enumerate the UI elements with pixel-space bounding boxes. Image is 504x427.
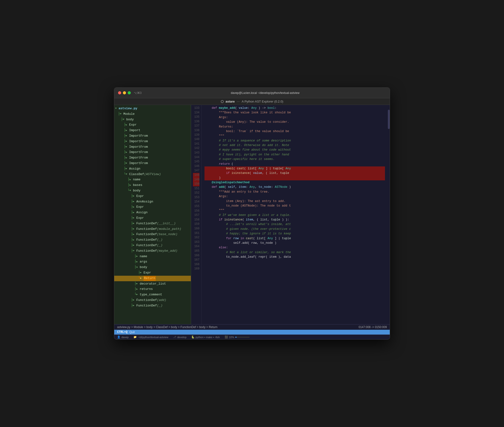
tree-item-name1[interactable]: ┣ ► name [114,177,191,183]
code-line-141: """ [205,134,385,138]
tree-item-expr1[interactable]: ┣ ► Expr [114,122,191,128]
tree-arrow-expr1: ► [126,123,129,127]
breadcrumb-bar: astview.py > Module > body > ClassDef > … [114,324,390,330]
code-line-163: # given node. (the over-protective c [205,227,385,231]
tree-item-returns[interactable]: ┣ ► returns [114,287,191,292]
tree-item-annassign[interactable]: ┣ ► AnnAssign [114,199,191,205]
tree-expr3-label: Expr [136,205,144,210]
code-line-153: def add( self, item: Any, to_node: ASTNo… [205,185,385,190]
code-line-167: else: [205,245,385,250]
tree-expr2-label: Expr [136,194,144,199]
tree-item-expr5[interactable]: ┣ ► Expr [114,270,191,276]
tree-panel[interactable]: ▼ astview.py ┣ ▼ Module ┣ ▼ body ┣ ► Exp… [114,105,191,324]
tree-name1-label: name [133,177,141,182]
tree-funcdef-modulepath-suffix: (module_path) [157,227,181,232]
tree-funcdef-under2-label: FunctionDef [136,243,157,248]
tree-decoratorlist-label: decorator_list [140,282,166,287]
tree-item-expr4[interactable]: ┣ ► Expr [114,215,191,221]
tree-funcdef-init-label: FunctionDef [136,221,157,226]
code-line-144: # mypy seems fine about the code without [205,148,385,152]
code-line-159: """ [205,208,385,213]
code-scrollbar-thumb[interactable] [388,110,390,129]
tree-item-assign1[interactable]: ┣ ► Assign [114,166,191,172]
code-line-149: if isinstance( value, ( list, tuple [205,171,385,175]
tree-body2-label: body [133,188,141,193]
code-line-143: # not add it. Otherwise do add it. Note [205,143,385,148]
code-line-133: def maybe_add( value: Any ) -> bool: [205,106,385,110]
close-button[interactable] [118,91,121,94]
tree-body3-label: body [140,265,147,270]
tree-item-importfrom2[interactable]: ┣ ► ImportFrom [114,139,191,144]
code-line-164: # happy; the ignore if it is to keep [205,231,385,236]
tree-item-bases[interactable]: ┣ ► bases [114,183,191,188]
tree-item-body2[interactable]: ┗ ▼ body [114,188,191,194]
code-content: 133134135136137 138139140141142 14314414… [191,105,390,324]
tree-item-module[interactable]: ┣ ▼ Module [114,111,191,117]
tree-item-name2[interactable]: ┣ ► name [114,254,191,259]
tree-item-body3[interactable]: ┣ ▼ body [114,265,191,270]
tree-item-expr2[interactable]: ┣ ► Expr [114,194,191,199]
tree-item-expr3[interactable]: ┣ ► Expr [114,204,191,210]
tree-funcdef-under3-label: FunctionDef [136,303,157,308]
tree-item-funcdef-under3[interactable]: ┣ ► FunctionDef (_) [114,303,191,309]
tree-funcdef-add-label: FunctionDef [136,298,157,303]
tree-importfrom4-label: ImportFrom [129,150,148,155]
tree-item-typecomment[interactable]: ┗ ► type_comment [114,292,191,297]
tree-item-funcdef-modulepath[interactable]: ┣ ► FunctionDef (module_path) [114,227,191,232]
tree-item-body1[interactable]: ┣ ▼ body [114,117,191,122]
code-line-166: self.add( row, to_node ) [205,241,385,245]
branch-icon: ⎇ [173,336,176,339]
line-numbers: 133134135136137 138139140141142 14314414… [191,105,202,324]
tree-item-return[interactable]: ┗ ► Return [114,276,191,281]
tree-item-funcdef-maybaadd[interactable]: ┣ ▼ FunctionDef (maybe_add) [114,248,191,254]
tree-annassign-label: AnnAssign [136,199,153,204]
tree-expr1-label: Expr [129,122,137,128]
tree-item-funcdef-add[interactable]: ┣ ► FunctionDef (add) [114,297,191,303]
tree-item-import[interactable]: ┣ ► Import [114,128,191,133]
tree-item-assign2[interactable]: ┣ ► Assign [114,210,191,215]
tree-item-funcdef-under2[interactable]: ┣ ► FunctionDef (_) [114,243,191,248]
tree-bases-label: bases [133,183,142,188]
code-line-136: Args: [205,115,385,120]
app-separator: — [237,100,240,103]
tree-importfrom6-label: ImportFrom [129,161,148,166]
window-title: davep@Lucien.local ~/develop/python/text… [144,91,386,95]
tree-body1-label: body [126,117,134,122]
code-line-161: if isinstance( item, ( list, tuple ) ): [205,218,385,222]
tree-item-importfrom6[interactable]: ┣ ► ImportFrom [114,161,191,166]
maximize-button[interactable] [128,91,131,94]
code-line-140: bool: `True` if the value should be [205,129,385,134]
code-line-154: """Add an entry to the tree. [205,190,385,194]
tree-item-importfrom4[interactable]: ┣ ► ImportFrom [114,150,191,155]
tree-arrow-import: ► [126,129,129,133]
tree-item-file[interactable]: ▼ astview.py [114,106,191,111]
code-line-165: for row in cast( list[ Any ] | tuple [205,236,385,241]
tree-item-funcdef-init[interactable]: ┣ ► FunctionDef (__init__) [114,221,191,227]
branch-item: ⎇ develop [173,336,186,339]
minimize-button[interactable] [123,91,126,94]
tree-item-funcdef-basenode[interactable]: ┣ ► FunctionDef (base_node) [114,232,191,237]
tree-importfrom1-label: ImportFrom [129,134,148,138]
tree-item-funcdef-under1[interactable]: ┣ ► FunctionDef (_) [114,237,191,243]
tree-item-args[interactable]: ┣ ► args [114,259,191,265]
code-line-150: ) [205,176,385,180]
tree-item-classdef[interactable]: ┗ ▼ ClassDef (ASTView) [114,172,191,177]
tree-item-importfrom1[interactable]: ┣ ► ImportFrom [114,133,191,139]
tree-importfrom5-label: ImportFrom [129,155,148,160]
code-panel: 133134135136137 138139140141142 14314414… [191,105,390,324]
tree-module-label: Module [123,112,135,117]
app-bar: astare — A Python AST Explorer (0.2.0) [114,98,390,105]
tree-item-importfrom3[interactable]: ┣ ► ImportFrom [114,144,191,150]
tree-funcdef-under3-suffix: (_) [157,303,163,308]
code-line-134: """Does the value look like it should be [205,110,385,115]
progress-icon: ⬛ [225,336,228,339]
bottom-bar: 👤 davep 📁 ~/d/python/textual-astview ⎇ d… [114,335,390,339]
code-line-146: # super-specific here it seems. [205,157,385,162]
tree-item-decoratorlist[interactable]: ┣ ► decorator_list [114,281,191,287]
code-scrollbar[interactable] [388,105,390,324]
code-line-157: item (Any): The ast entry to add. [205,199,385,204]
progress-label: 10% [229,336,234,339]
tree-item-importfrom5[interactable]: ┣ ► ImportFrom [114,155,191,161]
ctrl-bar: CTRL+Q Quit [114,330,390,335]
tree-assign2-label: Assign [136,210,148,215]
